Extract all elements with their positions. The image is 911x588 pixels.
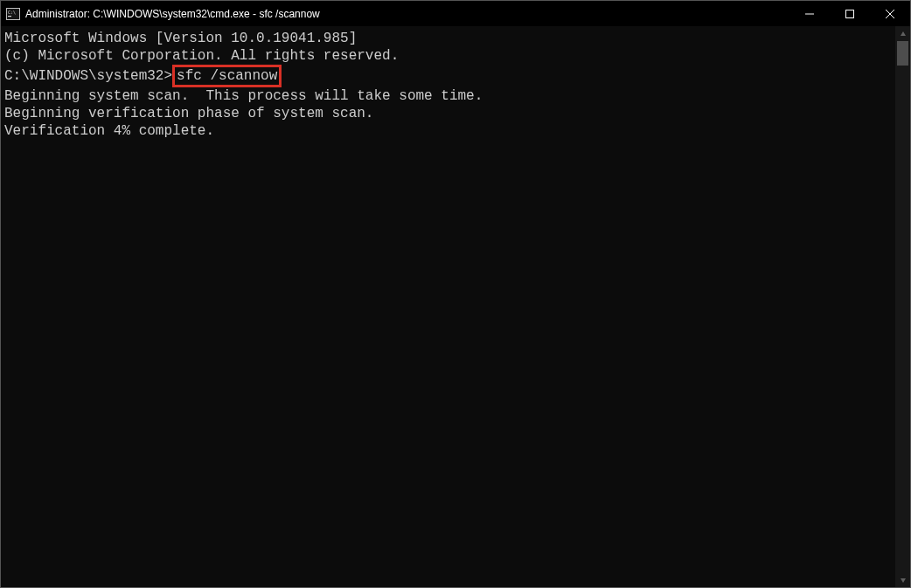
output-line: (c) Microsoft Corporation. All rights re… xyxy=(4,47,895,65)
prompt-line: C:\WINDOWS\system32>sfc /scannow xyxy=(4,65,895,87)
output-line: Verification 4% complete. xyxy=(4,122,895,140)
svg-marker-8 xyxy=(901,578,906,583)
close-button[interactable] xyxy=(870,1,910,26)
scroll-down-arrow-icon[interactable] xyxy=(895,572,910,587)
scroll-track[interactable] xyxy=(895,41,910,572)
content-area: Microsoft Windows [Version 10.0.19041.98… xyxy=(0,26,911,588)
maximize-button[interactable] xyxy=(830,1,870,26)
minimize-button[interactable] xyxy=(789,1,830,26)
titlebar[interactable]: C:\ Administrator: C:\WINDOWS\system32\c… xyxy=(0,0,911,26)
vertical-scrollbar[interactable] xyxy=(895,26,910,587)
window-controls xyxy=(789,1,910,26)
svg-marker-7 xyxy=(901,31,906,36)
scroll-up-arrow-icon[interactable] xyxy=(895,26,910,41)
svg-rect-4 xyxy=(846,10,854,17)
output-line: Microsoft Windows [Version 10.0.19041.98… xyxy=(4,30,895,47)
scroll-thumb[interactable] xyxy=(897,41,908,66)
titlebar-left: C:\ Administrator: C:\WINDOWS\system32\c… xyxy=(6,7,320,21)
window-title: Administrator: C:\WINDOWS\system32\cmd.e… xyxy=(25,8,320,20)
cmd-icon: C:\ xyxy=(6,7,20,21)
prompt-text: C:\WINDOWS\system32> xyxy=(4,68,172,84)
svg-rect-2 xyxy=(8,16,11,17)
svg-text:C:\: C:\ xyxy=(8,10,16,15)
terminal-output[interactable]: Microsoft Windows [Version 10.0.19041.98… xyxy=(1,26,895,587)
output-line: Beginning system scan. This process will… xyxy=(4,87,895,105)
cmd-window: C:\ Administrator: C:\WINDOWS\system32\c… xyxy=(0,0,911,588)
output-line: Beginning verification phase of system s… xyxy=(4,105,895,122)
highlighted-command: sfc /scannow xyxy=(172,65,282,87)
